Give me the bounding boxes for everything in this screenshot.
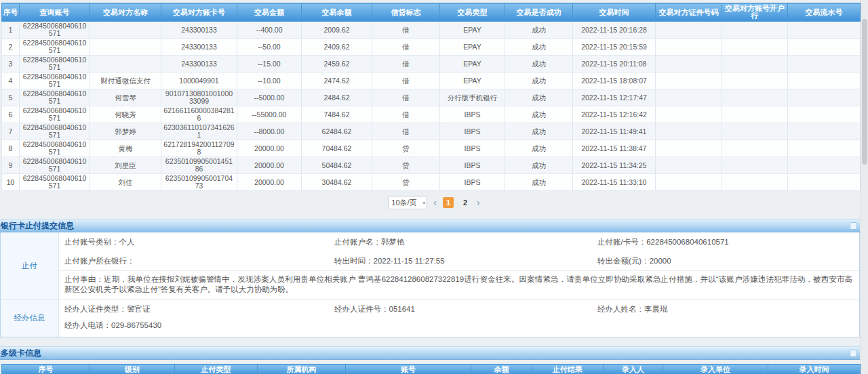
column-header: 借贷标志 bbox=[372, 3, 440, 22]
column-header: 交易类型 bbox=[440, 3, 505, 22]
stop-reason-text: 止付事由：近期，我单位在接报刘妮被骗警情中，发现涉案人员利用贵单位相关账户 曹鸿… bbox=[59, 270, 859, 299]
table-cell: 成功 bbox=[505, 22, 573, 39]
table-cell: 借 bbox=[372, 56, 440, 72]
table-cell bbox=[90, 56, 161, 72]
table-cell: 成功 bbox=[505, 39, 573, 56]
table-cell: 成功 bbox=[505, 89, 573, 106]
table-cell: IBPS bbox=[440, 157, 505, 174]
column-header: 录入时间 bbox=[768, 365, 861, 374]
page-button-1[interactable]: 1 bbox=[443, 197, 454, 208]
page-size-select[interactable]: 10条/页 ▾ bbox=[388, 196, 427, 209]
pagination: 10条/页 ▾ ‹ 1 2 › bbox=[0, 194, 868, 211]
table-cell: 243300133 bbox=[161, 56, 237, 72]
table-cell: 2022-11-15 11:49:41 bbox=[573, 123, 656, 140]
transaction-table: 序号查询账号交易对方名称交易对方账卡号交易金额交易余额借贷标志交易类型交易是否成… bbox=[1, 3, 861, 191]
transaction-table-section: 序号查询账号交易对方名称交易对方账卡号交易金额交易余额借贷标志交易类型交易是否成… bbox=[0, 0, 868, 191]
table-cell: 6 bbox=[2, 106, 20, 123]
table-cell: 4 bbox=[2, 72, 20, 89]
table-cell: 成功 bbox=[505, 174, 573, 191]
table-cell: 6228450068040610571 bbox=[20, 140, 90, 157]
table-cell: 贷 bbox=[372, 174, 440, 191]
transaction-row: 16228450068040610571243300133--400.00200… bbox=[2, 22, 861, 39]
table-cell: 2409.62 bbox=[302, 39, 372, 56]
table-cell: IBPS bbox=[440, 106, 505, 123]
operator-group-content: 经办人证件类型：警官证 经办人证件号：051641 经办人姓名：李晨琨 经办人电… bbox=[59, 299, 859, 337]
column-header: 止付结果 bbox=[532, 365, 604, 374]
transaction-row: 46228450068040610571财付通微信支付1000049901--1… bbox=[2, 72, 861, 89]
multi-card-table: 序号级别止付类型所属机构账号余额止付结果录入人录入单位录入时间 1一级第三方止付… bbox=[1, 364, 861, 374]
table-cell: 成功 bbox=[505, 157, 573, 174]
table-cell: 6216611600003842816 bbox=[161, 106, 237, 123]
table-cell: 50484.62 bbox=[302, 157, 372, 174]
table-cell: 何晓芳 bbox=[90, 106, 161, 123]
stop-card-no-field: 止付账/卡号：6228450068040610571 bbox=[597, 237, 856, 247]
table-cell: 借 bbox=[372, 22, 440, 39]
table-cell: --55000.00 bbox=[237, 106, 302, 123]
table-cell: 1 bbox=[2, 22, 20, 39]
collapse-icon[interactable] bbox=[850, 222, 857, 230]
transaction-row: 86228450068040610571黄梅621728194200112709… bbox=[2, 140, 861, 157]
table-cell bbox=[656, 106, 722, 123]
transaction-row: 76228450068040610571郭梦婷62303611010734162… bbox=[2, 123, 861, 140]
page-button-2[interactable]: 2 bbox=[460, 197, 471, 208]
transaction-table-header-row: 序号查询账号交易对方名称交易对方账卡号交易金额交易余额借贷标志交易类型交易是否成… bbox=[2, 3, 861, 22]
table-cell bbox=[722, 89, 788, 106]
table-cell bbox=[722, 174, 788, 191]
field-row: 经办人证件类型：警官证 经办人证件号：051641 经办人姓名：李晨琨 bbox=[59, 299, 859, 318]
column-header: 查询账号 bbox=[20, 3, 90, 22]
stop-payment-section-body: 止付 止付账号类别：个人 止付账户名：郭梦艳 止付账/卡号：6228450068… bbox=[0, 232, 860, 337]
table-cell: 借 bbox=[372, 72, 440, 89]
table-cell: 70484.62 bbox=[302, 140, 372, 157]
table-cell: 借 bbox=[372, 39, 440, 56]
table-cell: 7 bbox=[2, 123, 20, 140]
stop-payment-page: 序号查询账号交易对方名称交易对方账卡号交易金额交易余额借贷标志交易类型交易是否成… bbox=[0, 0, 868, 374]
column-header: 录入人 bbox=[604, 365, 663, 374]
table-cell: 借 bbox=[372, 106, 440, 123]
table-cell: 6228450068040610571 bbox=[20, 39, 90, 56]
table-cell bbox=[722, 72, 788, 89]
table-cell: 成功 bbox=[505, 72, 573, 89]
column-header: 级别 bbox=[90, 365, 175, 374]
transaction-row: 66228450068040610571何晓芳62166116000038428… bbox=[2, 106, 861, 123]
table-cell bbox=[656, 22, 722, 39]
table-cell: 9010713080100100033099 bbox=[161, 89, 237, 106]
table-cell bbox=[722, 157, 788, 174]
column-header: 交易流水号 bbox=[788, 3, 861, 22]
table-cell: 8 bbox=[2, 140, 20, 157]
transfer-amount-field: 转出金额(元)：20000 bbox=[597, 256, 856, 266]
table-cell bbox=[656, 157, 722, 174]
stop-bank-field: 止付账户所在银行： bbox=[64, 256, 334, 266]
table-cell bbox=[656, 89, 722, 106]
operator-name-field: 经办人姓名：李晨琨 bbox=[597, 304, 856, 314]
prev-page-button[interactable]: ‹ bbox=[433, 198, 437, 207]
table-cell: 30484.62 bbox=[302, 174, 372, 191]
stop-payment-section: 银行卡止付提交信息 止付 止付账号类别：个人 止付账户名：郭梦艳 止付账/卡号：… bbox=[0, 219, 860, 337]
column-header: 序号 bbox=[2, 3, 20, 22]
table-cell bbox=[722, 106, 788, 123]
table-cell: 2022-11-15 20:11:08 bbox=[573, 56, 656, 72]
table-cell: 6230361101073416261 bbox=[161, 123, 237, 140]
table-cell: 62484.62 bbox=[302, 123, 372, 140]
table-cell: --400.00 bbox=[237, 22, 302, 39]
table-cell: --5000.00 bbox=[237, 89, 302, 106]
transaction-row: 96228450068040610571刘星臣62350109905001451… bbox=[2, 157, 861, 174]
table-cell: 贷 bbox=[372, 157, 440, 174]
table-cell: 2459.62 bbox=[302, 56, 372, 72]
table-cell: EPAY bbox=[440, 72, 505, 89]
table-cell: 10 bbox=[2, 174, 20, 191]
scrollbar-thumb[interactable] bbox=[862, 19, 867, 165]
vertical-scrollbar[interactable] bbox=[861, 0, 868, 374]
table-cell bbox=[788, 39, 861, 56]
table-cell: 3 bbox=[2, 56, 20, 72]
field-row: 经办人电话：029-86755430 bbox=[59, 318, 859, 337]
transaction-row: 36228450068040610571243300133--15.002459… bbox=[2, 56, 861, 72]
operator-id-no-field: 经办人证件号：051641 bbox=[334, 304, 597, 314]
table-cell bbox=[656, 56, 722, 72]
table-cell: 贷 bbox=[372, 140, 440, 157]
next-page-button[interactable]: › bbox=[477, 198, 480, 207]
operator-group: 经办信息 经办人证件类型：警官证 经办人证件号：051641 经办人姓名：李晨琨… bbox=[1, 299, 859, 337]
table-cell: 6235010990500145186 bbox=[161, 157, 237, 174]
collapse-icon[interactable] bbox=[850, 350, 857, 357]
table-cell: 刘佳 bbox=[90, 174, 161, 191]
table-cell: EPAY bbox=[440, 39, 505, 56]
